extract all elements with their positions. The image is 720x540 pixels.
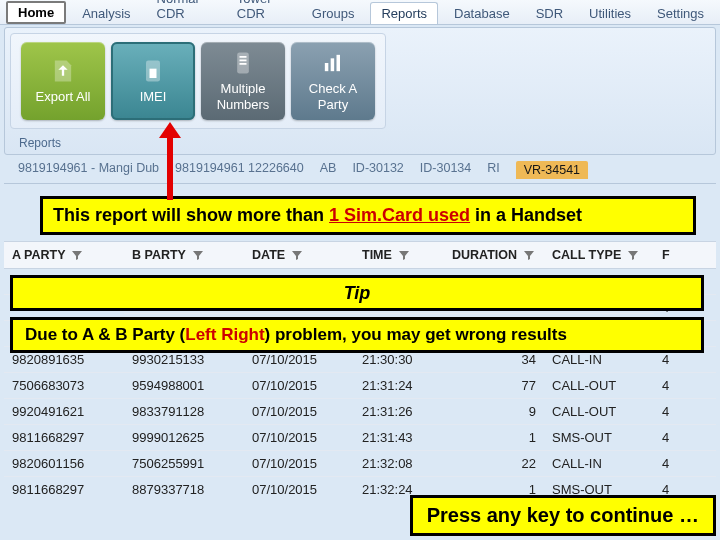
table-header: A PARTY B PARTY DATE TIME DURATION CALL …	[4, 241, 716, 269]
cell-dur: 9	[444, 399, 544, 425]
tip-line: Due to A & B Party (Left Right) problem,…	[10, 317, 704, 353]
col-f[interactable]: F	[654, 242, 716, 268]
banner-pre: This report will show more than	[53, 205, 329, 225]
button-label: Check A Party	[295, 81, 371, 112]
multiple-numbers-button[interactable]: Multiple Numbers	[201, 42, 285, 120]
cell-f: 4	[654, 451, 716, 477]
cell-a: 7506683073	[4, 373, 124, 399]
cell-date: 07/10/2015	[244, 477, 354, 501]
filter-icon[interactable]	[291, 249, 303, 261]
col-a-party[interactable]: A PARTY	[4, 242, 124, 268]
cell-time: 21:32:08	[354, 451, 444, 477]
col-b-party[interactable]: B PARTY	[124, 242, 244, 268]
file-tab[interactable]: ID-30132	[352, 161, 403, 179]
cell-a: 9811668297	[4, 477, 124, 501]
cell-a: 9811668297	[4, 425, 124, 451]
file-tab[interactable]: RI	[487, 161, 500, 179]
col-label: F	[662, 248, 670, 262]
tab-normal-cdr[interactable]: Normal CDR	[147, 0, 221, 24]
banner-mid: 1 Sim.Card used	[329, 205, 470, 225]
table-row: 9811668297 9999012625 07/10/2015 21:31:4…	[4, 425, 716, 451]
check-a-party-button[interactable]: Check A Party	[291, 42, 375, 120]
file-tab[interactable]: AB	[320, 161, 337, 179]
cell-type: CALL-OUT	[544, 399, 654, 425]
cell-type: SMS-OUT	[544, 425, 654, 451]
cell-dur: 77	[444, 373, 544, 399]
file-tab[interactable]: ID-30134	[420, 161, 471, 179]
tab-database[interactable]: Database	[444, 3, 520, 24]
phone-list-icon	[229, 49, 257, 77]
results-table: A PARTY B PARTY DATE TIME DURATION CALL …	[4, 241, 716, 501]
cell-b: 9833791128	[124, 399, 244, 425]
col-call-type[interactable]: CALL TYPE	[544, 242, 654, 268]
cell-dur: 1	[444, 425, 544, 451]
banner-post: in a Handset	[470, 205, 582, 225]
sim-icon	[139, 57, 167, 85]
tip-title: Tip	[10, 275, 704, 311]
cell-b: 7506255991	[124, 451, 244, 477]
tip-post: ) problem, you may get wrong results	[265, 325, 567, 345]
tab-reports[interactable]: Reports	[370, 2, 438, 24]
svg-rect-5	[240, 63, 247, 65]
tab-groups[interactable]: Groups	[302, 3, 365, 24]
button-label: Export All	[36, 89, 91, 105]
press-any-key-banner: Press any key to continue …	[410, 495, 716, 536]
filter-icon[interactable]	[627, 249, 639, 261]
cell-b: 9594988001	[124, 373, 244, 399]
cell-a: 9920491621	[4, 399, 124, 425]
cell-date: 07/10/2015	[244, 451, 354, 477]
svg-rect-6	[325, 63, 329, 71]
col-label: DURATION	[452, 248, 517, 262]
imei-button[interactable]: IMEI	[111, 42, 195, 120]
col-label: DATE	[252, 248, 285, 262]
tab-settings[interactable]: Settings	[647, 3, 714, 24]
cell-f: 4	[654, 399, 716, 425]
ribbon-group-reports: Export All IMEI Multiple Numbers Check A…	[10, 33, 386, 129]
filter-icon[interactable]	[192, 249, 204, 261]
file-tab[interactable]: 9819194961 - Mangi Dub	[18, 161, 159, 179]
svg-rect-3	[240, 56, 247, 58]
col-label: B PARTY	[132, 248, 186, 262]
file-tabs: 9819194961 - Mangi Dub 9819194961 122266…	[4, 157, 716, 184]
cell-type: CALL-IN	[544, 451, 654, 477]
filter-icon[interactable]	[398, 249, 410, 261]
col-duration[interactable]: DURATION	[444, 242, 544, 268]
cell-time: 21:31:24	[354, 373, 444, 399]
svg-rect-8	[337, 55, 341, 71]
table-row: 9920491621 9833791128 07/10/2015 21:31:2…	[4, 399, 716, 425]
col-label: CALL TYPE	[552, 248, 621, 262]
svg-rect-4	[240, 60, 247, 62]
tab-utilities[interactable]: Utilities	[579, 3, 641, 24]
tab-sdr[interactable]: SDR	[526, 3, 573, 24]
button-label: Multiple Numbers	[205, 81, 281, 112]
main-tabs: Home Analysis Normal CDR Tower CDR Group…	[0, 0, 720, 25]
tip-pre: Due to A & B Party (	[25, 325, 185, 345]
col-label: TIME	[362, 248, 392, 262]
tab-analysis[interactable]: Analysis	[72, 3, 140, 24]
cell-date: 07/10/2015	[244, 425, 354, 451]
filter-icon[interactable]	[523, 249, 535, 261]
tip-lr: Left Right	[185, 325, 264, 345]
tab-tower-cdr[interactable]: Tower CDR	[227, 0, 296, 24]
cell-date: 07/10/2015	[244, 399, 354, 425]
cell-f: 4	[654, 425, 716, 451]
tab-home[interactable]: Home	[6, 1, 66, 24]
col-time[interactable]: TIME	[354, 242, 444, 268]
cell-time: 21:31:43	[354, 425, 444, 451]
ribbon: Export All IMEI Multiple Numbers Check A…	[4, 27, 716, 155]
callout-arrow	[167, 136, 173, 200]
col-date[interactable]: DATE	[244, 242, 354, 268]
export-all-button[interactable]: Export All	[21, 42, 105, 120]
file-tab-active[interactable]: VR-34541	[516, 161, 588, 179]
cell-date: 07/10/2015	[244, 373, 354, 399]
cell-dur: 22	[444, 451, 544, 477]
table-row: 7506683073 9594988001 07/10/2015 21:31:2…	[4, 373, 716, 399]
chart-icon	[319, 49, 347, 77]
cell-b: 8879337718	[124, 477, 244, 501]
file-tab[interactable]: 9819194961 12226640	[175, 161, 304, 179]
cell-time: 21:31:26	[354, 399, 444, 425]
filter-icon[interactable]	[71, 249, 83, 261]
table-row: 9820601156 7506255991 07/10/2015 21:32:0…	[4, 451, 716, 477]
ribbon-group-label: Reports	[19, 136, 61, 150]
callout-banner: This report will show more than 1 Sim.Ca…	[40, 196, 696, 235]
